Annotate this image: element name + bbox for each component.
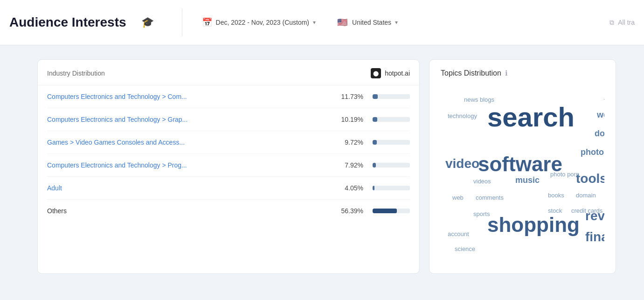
calendar-icon: 📅 (202, 17, 212, 28)
industry-pct: 10.19% (338, 116, 363, 123)
country-caret-icon: ▾ (395, 19, 398, 26)
topic-word: sports (473, 210, 490, 218)
industry-pct: 56.39% (338, 207, 363, 215)
industry-bar (373, 163, 410, 167)
topics-distribution-panel: Topics Distribution ℹ searchsoftwareshop… (429, 59, 616, 274)
topics-title: Topics Distribution (441, 69, 501, 77)
industry-label[interactable]: Computers Electronics and Technology > P… (47, 161, 328, 169)
industry-bar-fill (373, 140, 377, 145)
site-icon: ⬤ (371, 68, 381, 78)
table-row: Computers Electronics and Technology > G… (47, 108, 410, 131)
industry-label[interactable]: Computers Electronics and Technology > C… (47, 93, 328, 100)
topic-word: photos (581, 147, 604, 158)
industry-pct: 7.92% (338, 161, 363, 169)
industry-bar (373, 117, 410, 122)
main-content: Industry Distribution ⬤ hotpot.ai Comput… (0, 45, 644, 283)
topic-word: photo porn (550, 171, 579, 178)
industry-pct: 9.72% (338, 139, 363, 146)
header-divider (182, 8, 182, 36)
table-row: Games > Video Games Consoles and Access.… (47, 131, 410, 154)
graduation-cap-icon: 🎓 (141, 16, 154, 28)
topic-word: science (455, 245, 475, 253)
topic-word: video (445, 156, 479, 172)
industry-bar-fill (373, 163, 376, 167)
table-row: Computers Electronics and Technology > P… (47, 154, 410, 177)
industry-bar-fill (373, 117, 377, 122)
traffic-icon: ⧉ (609, 19, 614, 27)
table-row: Adult4.05% (47, 177, 410, 200)
date-range-selector[interactable]: 📅 Dec, 2022 - Nov, 2023 (Custom) ▾ (196, 14, 322, 31)
topics-header: Topics Distribution ℹ (441, 69, 604, 77)
industry-bar-fill (373, 209, 397, 213)
industry-bar (373, 209, 410, 213)
topic-word: comments (476, 194, 504, 202)
topic-word: download (595, 129, 604, 139)
topic-word: search (487, 101, 575, 133)
industry-distribution-panel: Industry Distribution ⬤ hotpot.ai Comput… (37, 59, 420, 274)
topic-word: web (452, 194, 464, 202)
country-flag-icon: 🇺🇸 (336, 16, 348, 28)
panel-title: Industry Distribution (47, 70, 371, 77)
date-range-label: Dec, 2022 - Nov, 2023 (Custom) (216, 19, 310, 26)
industry-bar (373, 140, 410, 145)
industry-label[interactable]: Adult (47, 184, 328, 192)
header: Audience Interests 🎓 📅 Dec, 2022 - Nov, … (0, 0, 644, 45)
industry-rows: Computers Electronics and Technology > C… (38, 85, 419, 222)
industry-label: Others (47, 207, 328, 215)
table-row: Others56.39% (47, 200, 410, 222)
topic-word: technology (448, 112, 477, 120)
industry-bar (373, 94, 410, 99)
topic-word: domain (576, 192, 596, 199)
topic-word: credit cards (571, 207, 602, 215)
industry-bar (373, 186, 410, 190)
topic-word: web apps (597, 110, 604, 120)
industry-pct: 11.73% (338, 93, 363, 100)
industry-pct: 4.05% (338, 184, 363, 192)
topic-word: videos (473, 178, 491, 185)
traffic-selector[interactable]: ⧉ All tra (609, 19, 635, 27)
topic-word: shopping (487, 213, 580, 237)
panel-header: Industry Distribution ⬤ hotpot.ai (38, 60, 419, 85)
panels-container: Industry Distribution ⬤ hotpot.ai Comput… (37, 59, 616, 274)
topic-word: software (478, 152, 562, 177)
topic-word: finance (585, 229, 604, 245)
word-cloud: searchsoftwareshoppingreviewsfinancetool… (441, 87, 604, 255)
country-selector[interactable]: 🇺🇸 United States ▾ (331, 13, 403, 32)
site-name: hotpot.ai (385, 70, 410, 77)
topic-word: books (548, 192, 564, 199)
topic-word: music (515, 175, 540, 186)
industry-bar-fill (373, 94, 378, 99)
traffic-label: All tra (618, 19, 635, 26)
table-row: Computers Electronics and Technology > C… (47, 85, 410, 108)
site-badge: ⬤ hotpot.ai (371, 68, 410, 78)
industry-label[interactable]: Computers Electronics and Technology > G… (47, 116, 328, 123)
topic-word: tools (576, 171, 604, 187)
industry-bar-fill (373, 186, 374, 190)
industry-label[interactable]: Games > Video Games Consoles and Access.… (47, 139, 328, 146)
topic-word: account (448, 230, 469, 238)
country-label: United States (352, 19, 391, 26)
page-title: Audience Interests (9, 15, 126, 30)
info-icon: ℹ (505, 69, 508, 77)
date-caret-icon: ▾ (313, 19, 316, 26)
topic-word: news blogs (464, 96, 494, 104)
topic-word: free (604, 96, 604, 106)
topic-word: stock (548, 207, 562, 215)
